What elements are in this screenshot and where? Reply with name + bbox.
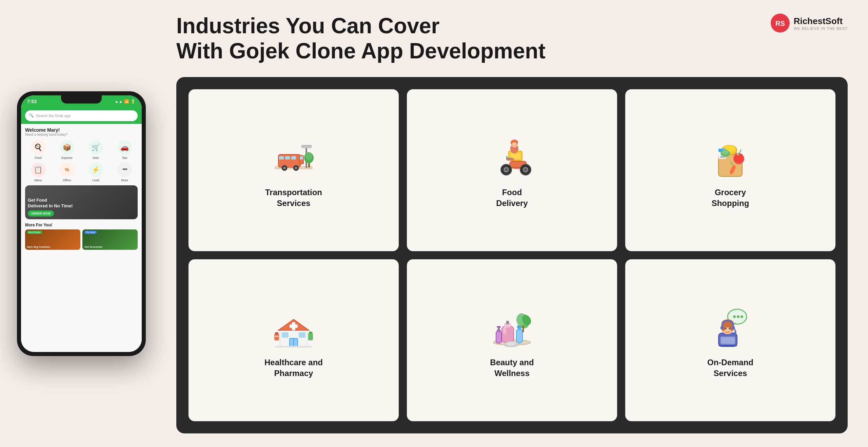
promo-content: Get FoodDelivered In No Time! ORDER NOW — [28, 198, 73, 217]
svg-rect-60 — [309, 332, 312, 334]
beauty-icon-area — [488, 304, 536, 352]
svg-rect-14 — [301, 145, 312, 146]
svg-rect-61 — [275, 346, 312, 348]
brand-name: RichestSoft — [794, 16, 848, 26]
phone-outer: 7:53 ▲▲ 📶 🔋 🔍 Search the Grab app Welcom… — [17, 91, 146, 356]
ondemand-label: On-DemandServices — [707, 357, 753, 378]
card-food-delivery[interactable]: FoodDelivery — [407, 89, 617, 251]
svg-text:RS: RS — [775, 20, 785, 27]
search-icon: 🔍 — [29, 113, 34, 118]
svg-rect-53 — [294, 339, 297, 346]
title-line2: With Gojek Clone App Development — [176, 39, 546, 63]
svg-point-47 — [722, 149, 729, 155]
grocery-label: GroceryShopping — [712, 187, 749, 208]
svg-rect-4 — [285, 156, 290, 160]
healthcare-svg — [272, 306, 316, 350]
svg-rect-3 — [279, 156, 284, 160]
svg-rect-52 — [290, 339, 293, 346]
svg-point-33 — [524, 168, 527, 171]
app-item-taxi[interactable]: 🚗 Taxi — [112, 140, 138, 160]
title-line1: Industries You Can Cover — [176, 14, 439, 38]
phone-content: Welcome Mary! Need a helping hand today?… — [21, 124, 142, 352]
svg-rect-65 — [506, 321, 509, 324]
card-healthcare[interactable]: Healthcare andPharmacy — [189, 259, 399, 421]
card-grocery[interactable]: MILK GroceryShopping — [625, 89, 835, 251]
svg-rect-50 — [290, 324, 298, 328]
healthcare-label: Healthcare andPharmacy — [264, 357, 323, 378]
ondemand-svg — [708, 306, 752, 350]
transportation-svg — [272, 136, 316, 180]
app-label-food: Food — [35, 156, 42, 160]
svg-point-83 — [741, 315, 743, 318]
phone-time: 7:53 — [27, 99, 37, 104]
more-item-groceries[interactable]: Try Now! Get Groceries — [82, 229, 138, 250]
app-item-load[interactable]: ⚡ Load — [83, 162, 109, 182]
card-transportation[interactable]: TransportationServices — [189, 89, 399, 251]
app-item-more[interactable]: ••• More — [112, 162, 138, 182]
svg-rect-86 — [721, 337, 735, 344]
app-label-load: Load — [92, 179, 99, 182]
more-item-nonveg[interactable]: Best Deals! Non-Veg Cuisines — [25, 229, 80, 250]
svg-point-17 — [305, 152, 312, 160]
svg-point-96 — [734, 331, 736, 333]
express-icon-circle: 📦 — [60, 140, 75, 155]
promo-text: Get FoodDelivered In No Time! — [28, 198, 73, 209]
food-delivery-icon-area — [488, 134, 536, 182]
svg-rect-94 — [721, 326, 723, 330]
svg-rect-5 — [291, 156, 296, 160]
signal-icon: ▲▲ — [115, 99, 123, 104]
brand-svg-icon: RS — [774, 17, 786, 29]
try-now-badge: Try Now! — [84, 231, 97, 234]
wifi-icon: 📶 — [124, 99, 129, 104]
beauty-svg — [490, 306, 534, 350]
svg-point-9 — [283, 167, 286, 169]
app-label-mart: Mart — [93, 156, 99, 160]
ondemand-icon-area — [707, 304, 754, 352]
svg-rect-58 — [275, 336, 279, 337]
menu-icon-circle: 📋 — [31, 162, 46, 177]
app-label-offers: Offers — [63, 179, 71, 182]
best-deals-badge: Best Deals! — [27, 231, 42, 234]
order-now-button[interactable]: ORDER NOW — [28, 210, 54, 217]
svg-rect-54 — [282, 332, 289, 338]
phone-notch — [61, 95, 102, 104]
svg-point-79 — [506, 341, 516, 346]
phone-screen: 7:53 ▲▲ 📶 🔋 🔍 Search the Grab app Welcom… — [21, 95, 142, 352]
svg-rect-67 — [516, 329, 522, 343]
cards-container: TransportationServices — [176, 77, 848, 433]
svg-rect-87 — [718, 345, 737, 346]
svg-point-66 — [503, 326, 506, 334]
card-ondemand[interactable]: On-DemandServices — [625, 259, 835, 421]
svg-rect-7 — [300, 156, 303, 160]
mart-icon-circle: 🛒 — [88, 140, 103, 155]
svg-rect-55 — [299, 332, 305, 338]
transportation-icon-area — [270, 134, 317, 182]
svg-rect-57 — [275, 332, 278, 334]
transportation-label: TransportationServices — [265, 187, 322, 208]
svg-point-11 — [295, 167, 297, 169]
app-item-food[interactable]: 🍳 Food — [25, 140, 51, 160]
healthcare-icon-area — [270, 304, 317, 352]
svg-rect-77 — [522, 325, 524, 332]
app-item-menu[interactable]: 📋 Menu — [25, 162, 51, 182]
app-label-more: More — [121, 179, 128, 182]
groceries-label: Get Groceries — [84, 245, 102, 248]
app-grid: 🍳 Food 📦 Express 🛒 Mart 🚗 Taxi — [25, 140, 138, 182]
grocery-svg: MILK — [708, 136, 752, 180]
svg-point-92 — [725, 328, 727, 330]
brand-logo: RS RichestSoft WE BELIEVE IN THE BEST — [771, 14, 848, 33]
brand-tagline: WE BELIEVE IN THE BEST — [794, 26, 848, 31]
search-inner[interactable]: 🔍 Search the Grab app — [25, 110, 138, 121]
app-item-mart[interactable]: 🛒 Mart — [83, 140, 109, 160]
app-label-menu: Menu — [34, 179, 42, 182]
card-beauty[interactable]: Beauty andWellness — [407, 259, 617, 421]
more-icon-circle: ••• — [117, 162, 132, 177]
svg-rect-34 — [507, 159, 514, 161]
taxi-icon-circle: 🚗 — [117, 140, 132, 155]
app-item-offers[interactable]: % Offers — [54, 162, 80, 182]
offers-icon-circle: % — [60, 162, 75, 177]
nonveg-label: Non-Veg Cuisines — [27, 245, 50, 248]
brand-text: RichestSoft WE BELIEVE IN THE BEST — [794, 16, 848, 31]
app-item-express[interactable]: 📦 Express — [54, 140, 80, 160]
content-section: Industries You Can Cover With Gojek Clon… — [163, 0, 868, 447]
